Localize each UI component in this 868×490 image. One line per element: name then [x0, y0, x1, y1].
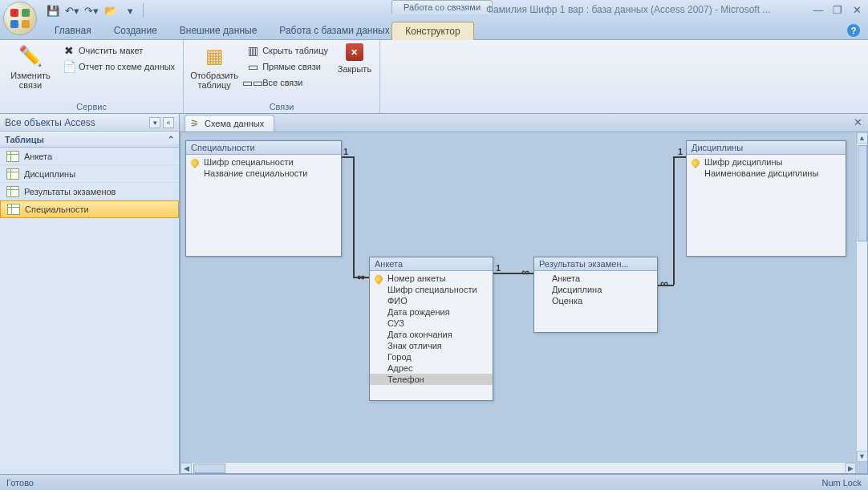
clear-layout-icon: ✖ [63, 44, 75, 57]
horizontal-scrollbar[interactable]: ◀ ▶ [180, 462, 856, 473]
help-icon[interactable]: ? [847, 24, 860, 37]
save-icon[interactable]: 💾 [47, 4, 59, 17]
rel-line [673, 156, 686, 158]
direct-links-button[interactable]: ▭ Прямые связи [243, 59, 331, 74]
table-field[interactable]: Анкета [534, 273, 657, 284]
nav-item[interactable]: Дисциплины [0, 165, 179, 183]
edit-relationships-icon: ✏️ [18, 43, 43, 69]
all-links-icon: ▭▭ [246, 76, 259, 89]
doc-tab-schema[interactable]: ⚞ Схема данных [185, 115, 274, 132]
tab-external-data[interactable]: Внешние данные [168, 22, 269, 39]
office-button[interactable] [3, 2, 37, 35]
scroll-up-icon[interactable]: ▲ [857, 132, 868, 144]
table-icon [6, 151, 19, 162]
clear-layout-button[interactable]: ✖ Очистить макет [59, 43, 178, 58]
table-field[interactable]: Город [370, 351, 493, 362]
ribbon-tabs: Главная Создание Внешние данные Работа с… [0, 21, 868, 40]
undo-icon[interactable]: ↶▾ [66, 4, 79, 17]
scroll-right-icon[interactable]: ▶ [845, 463, 856, 474]
rel-line [673, 156, 675, 285]
work-area: Все объекты Access ▾ « Таблицы ⌃ АнкетаД… [0, 114, 868, 474]
table-field[interactable]: Наименование дисциплины [687, 168, 846, 179]
nav-pane-title: Все объекты Access [5, 117, 95, 128]
ribbon-group-service: ✏️ Изменить связи ✖ Очистить макет 📄 Отч… [0, 40, 184, 113]
doc-tab-close-icon[interactable]: ✕ [852, 116, 863, 128]
rel-line [353, 156, 355, 277]
nav-collapse-icon[interactable]: « [163, 117, 174, 128]
nav-section-collapse-icon[interactable]: ⌃ [168, 135, 174, 144]
close-label: Закрыть [338, 64, 371, 74]
scroll-thumb[interactable] [858, 145, 867, 241]
table-field[interactable]: Дата окончания [370, 329, 493, 340]
table-field[interactable]: Знак отличия [370, 340, 493, 351]
minimize-button[interactable]: — [812, 3, 825, 16]
window-title: Фамилия Шифр 1 вар : база данных (Access… [486, 4, 770, 15]
direct-links-label: Прямые связи [262, 62, 321, 71]
contextual-tab-title: Работа со связями [391, 0, 493, 14]
table-field[interactable]: Телефон [370, 374, 493, 385]
nav-item-label: Специальности [25, 205, 89, 214]
doc-tab-label: Схема данных [205, 119, 264, 128]
document-area: ⚞ Схема данных ✕ Специальности Шифр спец… [180, 114, 868, 474]
ribbon: ✏️ Изменить связи ✖ Очистить макет 📄 Отч… [0, 40, 868, 114]
tab-designer[interactable]: Конструктор [391, 22, 474, 40]
hide-table-label: Скрыть таблицу [262, 46, 328, 55]
vertical-scrollbar[interactable]: ▲ ▼ [856, 132, 867, 462]
table-box-disc[interactable]: Дисциплины Шифр дисциплиныНаименование д… [686, 140, 846, 257]
edit-relationships-label: Изменить связи [8, 71, 53, 90]
qat-customize-icon[interactable]: ▾ [124, 4, 136, 17]
all-links-button[interactable]: ▭▭ Все связи [243, 75, 331, 90]
schema-report-icon: 📄 [63, 60, 75, 73]
close-window-button[interactable]: ✕ [850, 3, 863, 16]
table-field[interactable]: ФИО [370, 295, 493, 306]
ribbon-group-links: ▦ Отобразить таблицу ▥ Скрыть таблицу ▭ … [184, 40, 380, 113]
table-field[interactable]: Название специальности [186, 168, 341, 179]
table-field[interactable]: Шифр дисциплины [687, 156, 846, 168]
table-field[interactable]: Дисциплина [534, 284, 657, 295]
nav-item-label: Результаты экзаменов [24, 187, 116, 196]
nav-section-tables[interactable]: Таблицы ⌃ [0, 132, 179, 148]
schema-report-button[interactable]: 📄 Отчет по схеме данных [59, 59, 178, 74]
all-links-label: Все связи [262, 78, 302, 87]
edit-relationships-button[interactable]: ✏️ Изменить связи [5, 42, 56, 91]
table-field[interactable]: Шифр специальности [186, 156, 341, 168]
show-table-label: Отобразить таблицу [190, 71, 238, 90]
nav-item[interactable]: Результаты экзаменов [0, 183, 179, 200]
tab-create[interactable]: Создание [103, 22, 168, 39]
table-field[interactable]: Адрес [370, 362, 493, 374]
relationship-canvas[interactable]: Специальности Шифр специальностиНазвание… [180, 132, 868, 474]
redo-icon[interactable]: ↷▾ [85, 4, 98, 17]
open-icon[interactable]: 📂 [104, 4, 117, 17]
restore-button[interactable]: ❐ [831, 3, 844, 16]
table-field[interactable]: Оценка [534, 295, 657, 306]
table-field[interactable]: Шифр специальности [370, 284, 493, 295]
schema-icon: ⚞ [190, 118, 201, 129]
hide-table-button[interactable]: ▥ Скрыть таблицу [243, 43, 331, 58]
table-box-results[interactable]: Результаты экзамен... АнкетаДисциплинаОц… [533, 257, 658, 333]
table-box-anketa[interactable]: Анкета Номер анкетыШифр специальностиФИО… [369, 257, 493, 401]
rel-label-many: ∞ [357, 270, 365, 283]
nav-item[interactable]: Анкета [0, 148, 179, 165]
nav-pane-header[interactable]: Все объекты Access ▾ « [0, 114, 179, 132]
table-box-spec[interactable]: Специальности Шифр специальностиНазвание… [185, 140, 342, 257]
close-button[interactable]: ✕ Закрыть [335, 42, 375, 75]
tab-home[interactable]: Главная [43, 22, 103, 39]
rel-label-one: 1 [343, 147, 348, 156]
nav-item-label: Дисциплины [24, 169, 75, 179]
scroll-down-icon[interactable]: ▼ [857, 451, 868, 462]
show-table-button[interactable]: ▦ Отобразить таблицу [189, 42, 240, 91]
scroll-thumb[interactable] [193, 464, 225, 473]
nav-item[interactable]: Специальности [0, 200, 179, 218]
contextual-tab-group: Работа со связями [391, 0, 493, 14]
tab-database-tools[interactable]: Работа с базами данных [268, 22, 400, 39]
nav-item-label: Анкета [24, 152, 52, 161]
table-field[interactable]: Номер анкеты [370, 273, 493, 284]
table-icon [7, 204, 20, 215]
table-field[interactable]: СУЗ [370, 318, 493, 329]
table-box-results-title: Результаты экзамен... [534, 257, 657, 271]
schema-report-label: Отчет по схеме данных [79, 62, 175, 71]
table-field[interactable]: Дата рождения [370, 306, 493, 318]
nav-dropdown-icon[interactable]: ▾ [149, 117, 160, 128]
scroll-left-icon[interactable]: ◀ [180, 463, 192, 474]
direct-links-icon: ▭ [246, 60, 259, 73]
